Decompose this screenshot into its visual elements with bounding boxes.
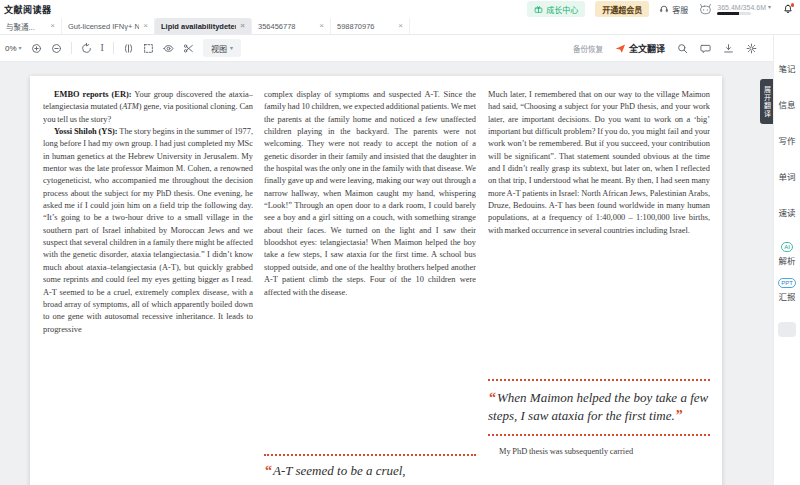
sidebar-item-ai-analysis[interactable]: AI 解析 — [778, 242, 795, 266]
tab-label: Lipid availabilitydeteri... — [161, 22, 236, 31]
close-icon[interactable]: × — [319, 22, 324, 30]
vip-upgrade-label: 开通超会员 — [602, 4, 642, 15]
notification-dot — [791, 3, 795, 7]
tab-label: 与聚通... — [6, 21, 46, 32]
view-menu-label: 视图 — [211, 43, 227, 54]
close-icon[interactable]: × — [143, 22, 148, 30]
full-text-translate-button[interactable]: 全文翻译 — [615, 42, 665, 55]
customer-support-button[interactable]: 客服 — [659, 4, 688, 15]
close-icon[interactable]: × — [50, 22, 55, 30]
document-workspace[interactable]: 展开翻译 EMBO reports (ER): Your group disco… — [0, 62, 773, 485]
text-cursor-icon: I — [101, 43, 104, 53]
open-quote-mark: “ — [488, 390, 497, 405]
text-column-3: Much later, I remembered that on our way… — [488, 89, 710, 485]
snip-button[interactable] — [183, 43, 194, 54]
paragraph: EMBO reports (ER): Your group discovered… — [43, 89, 253, 126]
mascot-icon — [698, 3, 713, 15]
app-header: 文献阅读器 成长中心 开通超会员 客服 365.4M/354.6M ▾ — [0, 0, 800, 18]
download-button[interactable] — [723, 43, 734, 54]
rotate-icon — [81, 43, 92, 54]
toolbar-divider — [113, 42, 114, 54]
search-button[interactable] — [677, 43, 688, 54]
pull-quote-block: “A-T seemed to be a cruel, — [264, 454, 476, 480]
sidebar-item-writing[interactable]: 写作 — [778, 134, 795, 146]
sidebar-item-info[interactable]: 信息 — [778, 98, 795, 110]
zoom-in-button[interactable] — [31, 43, 42, 54]
pull-quote: “When Maimon helped the boy take a few s… — [488, 389, 710, 425]
vip-upgrade-button[interactable]: 开通超会员 — [595, 1, 649, 17]
zoom-level-dropdown[interactable]: 0% ▾ — [5, 44, 22, 53]
customer-support-label: 客服 — [672, 4, 688, 15]
gift-icon — [534, 5, 543, 14]
paragraph: complex display of symptoms and suspecte… — [264, 89, 476, 299]
view-menu-button[interactable]: 视图 ▾ — [203, 39, 241, 57]
speaker-lead: Yossi Shiloh (YS): — [54, 127, 118, 136]
tab-label: 598870976 — [337, 22, 394, 31]
document-tab-3-active[interactable]: Lipid availabilitydeteri... × — [155, 18, 252, 34]
fit-width-icon — [123, 43, 134, 54]
text-select-button[interactable]: I — [101, 43, 104, 53]
document-tab-1[interactable]: 与聚通... × — [0, 18, 62, 34]
chevron-down-icon: ▾ — [19, 45, 22, 51]
paragraph: Yossi Shiloh (YS): The story begins in t… — [43, 126, 253, 336]
chevron-down-icon: ▾ — [230, 45, 233, 51]
zoom-out-icon — [51, 43, 62, 54]
app-title: 文献阅读器 — [4, 3, 52, 16]
text-column-1: EMBO reports (ER): Your group discovered… — [43, 89, 253, 485]
dotted-rule — [488, 434, 710, 436]
zoom-out-button[interactable] — [51, 43, 62, 54]
speaker-lead: EMBO reports (ER): — [54, 90, 132, 99]
zoom-in-icon — [31, 43, 42, 54]
gene-name: ATM — [122, 102, 138, 111]
chevron-down-icon: ▾ — [768, 4, 771, 10]
scissors-icon — [183, 43, 194, 54]
area-select-button[interactable] — [143, 43, 154, 54]
open-quote-mark: “ — [264, 463, 273, 478]
gear-icon — [746, 43, 757, 54]
app-window: 文献阅读器 成长中心 开通超会员 客服 365.4M/354.6M ▾ — [0, 0, 800, 485]
storage-usage[interactable]: 365.4M/354.6M ▾ — [698, 3, 771, 15]
toolbar-divider — [71, 42, 72, 54]
full-text-translate-label: 全文翻译 — [629, 42, 665, 55]
ai-analysis-label: 解析 — [778, 254, 795, 266]
close-quote-mark: ” — [675, 408, 684, 423]
rotate-button[interactable] — [81, 43, 92, 54]
sidebar-item-notes[interactable]: 笔记 — [778, 62, 795, 74]
expand-translation-handle[interactable]: 展开翻译 — [760, 79, 773, 124]
storage-progress-bar — [717, 12, 751, 15]
dotted-rule — [264, 454, 476, 456]
comments-button[interactable] — [700, 43, 711, 54]
pull-quote: “A-T seemed to be a cruel, — [264, 462, 476, 480]
reading-mode-button[interactable] — [163, 43, 174, 54]
headset-icon — [659, 4, 669, 14]
sidebar-item-speedread[interactable]: 速读 — [778, 206, 795, 218]
sidebar-item-words[interactable]: 单词 — [778, 170, 795, 182]
dotted-rule — [488, 379, 710, 381]
comment-icon — [700, 43, 711, 54]
paragraph: Much later, I remembered that on our way… — [488, 89, 710, 237]
storage-usage-value: 365.4M/354.6M — [717, 4, 766, 11]
close-icon[interactable]: × — [240, 22, 245, 30]
document-tab-5[interactable]: 598870976 × — [331, 18, 410, 34]
document-tab-2[interactable]: Gut-licensed IFNγ+ NK... × — [62, 18, 155, 34]
growth-center-button[interactable]: 成长中心 — [527, 1, 585, 17]
ppt-report-label: 汇报 — [778, 290, 795, 302]
sidebar-item-ppt-report[interactable]: PPT 汇报 — [778, 278, 797, 302]
close-icon[interactable]: × — [398, 22, 403, 30]
search-icon — [677, 43, 688, 54]
tab-label: 356456778 — [258, 22, 315, 31]
right-sidebar: 笔记 信息 写作 单词 速读 AI 解析 PPT 汇报 — [773, 35, 800, 485]
pdf-toolbar: 0% ▾ I 视图 ▾ — [0, 35, 773, 62]
zoom-level-value: 0% — [5, 44, 17, 53]
document-tab-4[interactable]: 356456778 × — [252, 18, 331, 34]
notification-bell[interactable] — [783, 4, 793, 14]
paper-plane-icon — [615, 43, 626, 54]
fit-width-button[interactable] — [123, 43, 134, 54]
tab-label: Gut-licensed IFNγ+ NK... — [68, 22, 139, 31]
growth-center-label: 成长中心 — [546, 4, 578, 15]
selection-box-icon — [143, 43, 154, 54]
backup-restore-button[interactable]: 备份恢复 — [573, 43, 603, 54]
pull-quote-block: “When Maimon helped the boy take a few s… — [488, 379, 710, 458]
settings-button[interactable] — [746, 43, 757, 54]
collapsed-tool-button[interactable] — [778, 322, 796, 337]
